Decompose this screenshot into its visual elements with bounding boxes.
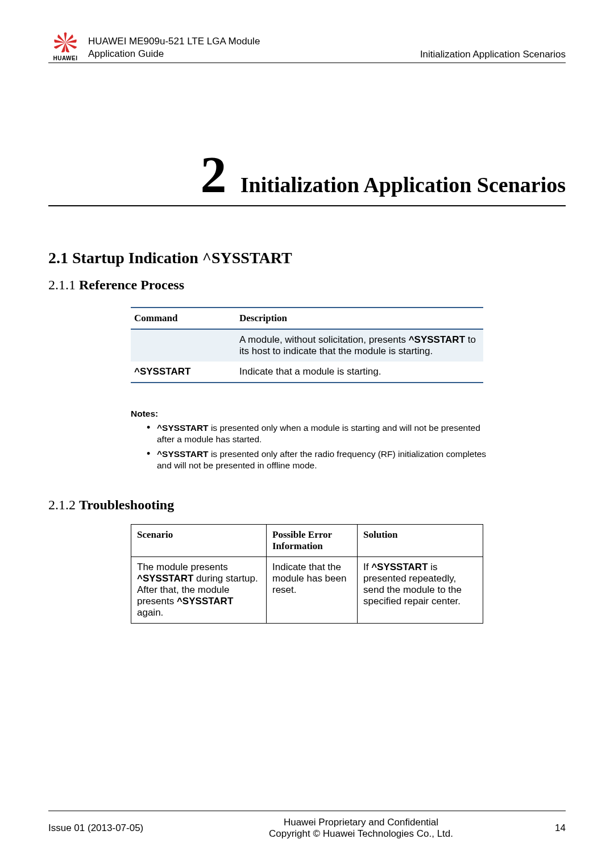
table-header-row: Scenario Possible Error Information Solu… xyxy=(131,524,483,556)
page-footer: Issue 01 (2013-07-05) Huawei Proprietary… xyxy=(48,811,566,840)
cell-command xyxy=(131,329,236,362)
cell-text: If xyxy=(363,562,371,572)
h3-number: 2.1.1 xyxy=(48,277,79,292)
h3-title: Troubleshooting xyxy=(79,497,174,512)
desc-text: A module, without solicitation, presents xyxy=(239,334,409,345)
cell-text: The module presents xyxy=(137,562,228,572)
footer-copyright: Copyright © Huawei Technologies Co., Ltd… xyxy=(190,828,532,840)
troubleshooting-table: Scenario Possible Error Information Solu… xyxy=(131,524,483,624)
th-error: Possible Error Information xyxy=(267,524,358,556)
cell-description: Indicate that a module is starting. xyxy=(236,362,483,383)
section-2-1-2-heading: 2.1.2 Troubleshooting xyxy=(48,497,566,513)
h3-number: 2.1.2 xyxy=(48,497,79,512)
cell-error: Indicate that the module has been reset. xyxy=(267,556,358,623)
huawei-logo-icon xyxy=(52,31,79,54)
note-bold: ^SYSSTART xyxy=(157,423,209,433)
reference-table: Command Description A module, without so… xyxy=(131,307,483,383)
footer-proprietary: Huawei Proprietary and Confidential xyxy=(190,817,532,828)
footer-issue: Issue 01 (2013-07-05) xyxy=(48,823,190,834)
list-item: ^SYSSTART is presented only after the ra… xyxy=(147,448,495,471)
notes-list: ^SYSSTART is presented only when a modul… xyxy=(131,422,495,472)
cell-text: again. xyxy=(137,607,163,618)
table-row: The module presents ^SYSSTART during sta… xyxy=(131,556,483,623)
table-row: A module, without solicitation, presents… xyxy=(131,329,483,362)
doc-title-line2: Application Guide xyxy=(88,48,420,60)
footer-center: Huawei Proprietary and Confidential Copy… xyxy=(190,817,532,840)
h3-title: Reference Process xyxy=(79,277,184,292)
chapter-title: Initialization Application Scenarios xyxy=(240,172,566,197)
note-bold: ^SYSSTART xyxy=(157,449,209,459)
cell-scenario: The module presents ^SYSSTART during sta… xyxy=(131,556,267,623)
cell-bold: ^SYSSTART xyxy=(177,596,233,607)
cell-bold: ^SYSSTART xyxy=(371,562,428,572)
header-section-title: Initialization Application Scenarios xyxy=(420,49,566,61)
th-description: Description xyxy=(236,308,483,329)
section-2-1-1-heading: 2.1.1 Reference Process xyxy=(48,277,566,293)
cell-bold: ^SYSSTART xyxy=(137,573,193,584)
table-row: ^SYSSTART Indicate that a module is star… xyxy=(131,362,483,383)
table-header-row: Command Description xyxy=(131,308,483,329)
cell-solution: If ^SYSSTART is presented repeatedly, se… xyxy=(358,556,483,623)
notes-label: Notes: xyxy=(131,409,495,419)
desc-bold: ^SYSSTART xyxy=(409,334,465,345)
doc-title-line1: HUAWEI ME909u-521 LTE LGA Module xyxy=(88,35,420,48)
page-header: HUAWEI HUAWEI ME909u-521 LTE LGA Module … xyxy=(48,31,566,63)
chapter-number: 2 xyxy=(200,148,226,201)
header-doc-title: HUAWEI ME909u-521 LTE LGA Module Applica… xyxy=(88,35,420,61)
th-scenario: Scenario xyxy=(131,524,267,556)
footer-page-number: 14 xyxy=(532,823,566,834)
th-command: Command xyxy=(131,308,236,329)
notes-block: Notes: ^SYSSTART is presented only when … xyxy=(131,409,495,472)
th-solution: Solution xyxy=(358,524,483,556)
logo-text: HUAWEI xyxy=(48,55,82,61)
chapter-heading: 2 Initialization Application Scenarios xyxy=(48,148,566,206)
cell-description: A module, without solicitation, presents… xyxy=(236,329,483,362)
cell-command: ^SYSSTART xyxy=(131,362,236,383)
section-2-1-heading: 2.1 Startup Indication ^SYSSTART xyxy=(48,249,566,267)
list-item: ^SYSSTART is presented only when a modul… xyxy=(147,422,495,445)
logo-block: HUAWEI xyxy=(48,31,82,61)
